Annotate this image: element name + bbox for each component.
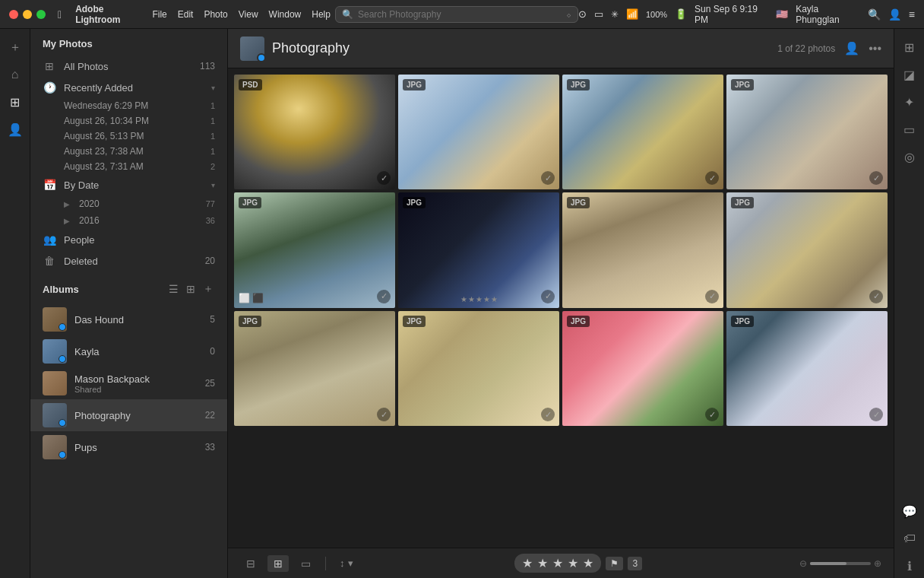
albums-list-view-icon[interactable]: ☰ xyxy=(167,281,180,297)
add-person-icon[interactable]: 👤 xyxy=(844,41,859,56)
close-button[interactable] xyxy=(9,10,18,19)
rating-star-4[interactable]: ★ xyxy=(568,556,578,570)
right-btn-vignette[interactable]: ◎ xyxy=(897,144,922,169)
year-item-2020[interactable]: ▶ 2020 77 xyxy=(30,195,227,212)
recently-added-expand-icon[interactable]: ▾ xyxy=(211,84,215,92)
recent-item-1[interactable]: August 26, 10:34 PM 1 xyxy=(30,113,227,129)
recent-item-4[interactable]: August 23, 7:31 AM 2 xyxy=(30,159,227,174)
sidebar-btn-people[interactable]: 👤 xyxy=(3,117,27,141)
album-item-pups[interactable]: Pups 33 xyxy=(30,431,227,463)
search-input[interactable] xyxy=(358,9,562,20)
album-item-kayla[interactable]: Kayla 0 xyxy=(30,335,227,367)
flag-white-icon: ⬜ xyxy=(239,293,250,303)
notification-icon[interactable]: 👤 xyxy=(888,8,901,21)
recent-item-count-4: 2 xyxy=(210,162,215,171)
rating-star-2[interactable]: ★ xyxy=(537,556,548,570)
photo-bg-6 xyxy=(398,192,559,307)
album-item-das-hound[interactable]: Das Hound 5 xyxy=(30,303,227,335)
minimize-button[interactable] xyxy=(23,10,32,19)
right-btn-info[interactable]: ℹ xyxy=(897,554,922,578)
photo-cell-4[interactable]: JPG ✓ xyxy=(726,75,888,189)
right-btn-adjustments[interactable]: ⊞ xyxy=(897,35,922,59)
sort-button[interactable]: ↕ ▾ xyxy=(335,555,358,571)
titlebar:  Adobe Lightroom File Edit Photo View W… xyxy=(0,0,924,29)
photo-cell-1[interactable]: PSD ✓ xyxy=(234,75,395,189)
nav-all-photos[interactable]: ⊞ All Photos 113 xyxy=(30,56,227,77)
right-btn-comments[interactable]: 💬 xyxy=(897,499,922,523)
recent-item-count-3: 1 xyxy=(210,147,215,156)
zoom-in-icon[interactable]: ⊕ xyxy=(874,558,881,569)
recent-item-0[interactable]: Wednesday 6:29 PM 1 xyxy=(30,98,227,113)
recent-item-2[interactable]: August 26, 5:13 PM 1 xyxy=(30,129,227,144)
photo-check-6[interactable]: ✓ xyxy=(541,290,555,303)
sidebar-btn-add[interactable]: ＋ xyxy=(3,35,27,59)
menu-file[interactable]: File xyxy=(147,8,171,21)
zoom-out-icon[interactable]: ⊖ xyxy=(799,558,807,569)
photo-check-8[interactable]: ✓ xyxy=(869,290,883,303)
photo-check-7[interactable]: ✓ xyxy=(705,290,719,303)
flag-button[interactable]: ⚑ xyxy=(606,557,623,570)
photo-cell-12[interactable]: JPG ✓ xyxy=(726,311,888,426)
deleted-label: Deleted xyxy=(64,256,198,267)
menu-app-name[interactable]: Adobe Lightroom xyxy=(71,2,146,27)
recent-item-3[interactable]: August 23, 7:38 AM 1 xyxy=(30,144,227,159)
nav-recently-added[interactable]: 🕐 Recently Added ▾ xyxy=(30,77,227,98)
photo-cell-3[interactable]: JPG ✓ xyxy=(562,75,723,189)
photo-cell-8[interactable]: JPG ✓ xyxy=(726,192,888,307)
right-btn-crop[interactable]: ◪ xyxy=(897,62,922,87)
album-count-das-hound: 5 xyxy=(210,314,215,325)
albums-add-icon[interactable]: ＋ xyxy=(201,281,215,297)
sidebar-btn-library[interactable]: ⊞ xyxy=(3,90,27,114)
year-item-2016[interactable]: ▶ 2016 36 xyxy=(30,212,227,229)
nav-people[interactable]: 👥 People xyxy=(30,229,227,250)
album-item-photography[interactable]: Photography 22 xyxy=(30,399,227,431)
photo-cell-11[interactable]: JPG ✓ xyxy=(562,311,723,426)
sidebar-btn-home[interactable]: ⌂ xyxy=(3,62,27,87)
menu-photo[interactable]: Photo xyxy=(199,8,232,21)
view-single-btn[interactable]: ⊟ xyxy=(240,555,261,572)
menu-help[interactable]: Help xyxy=(307,8,335,21)
filter-icon[interactable]: ⬦ xyxy=(566,9,571,20)
menu-edit[interactable]: Edit xyxy=(173,8,198,21)
recent-item-count-1: 1 xyxy=(210,116,215,125)
rating-star-5[interactable]: ★ xyxy=(583,556,593,570)
all-photos-icon: ⊞ xyxy=(43,60,56,72)
photo-badge-3: JPG xyxy=(567,79,590,91)
star-5: ★ xyxy=(491,295,498,303)
nav-deleted[interactable]: 🗑 Deleted 20 xyxy=(30,250,227,272)
reject-flag-button[interactable]: 3 xyxy=(628,557,642,570)
photo-cell-2[interactable]: JPG ✓ xyxy=(398,75,559,189)
photo-cell-9[interactable]: JPG ✓ xyxy=(234,311,395,426)
recently-added-label: Recently Added xyxy=(64,82,204,94)
album-item-mason-backpack[interactable]: Mason Backpack Shared 25 xyxy=(30,367,227,399)
right-btn-filters[interactable]: ▭ xyxy=(897,117,922,141)
view-grid-btn[interactable]: ⊞ xyxy=(267,555,289,572)
photo-grid-area[interactable]: PSD ✓ JPG ✓ JPG ✓ JPG ✓ xyxy=(228,68,894,548)
photo-cell-5[interactable]: JPG ⬜ ⬛ ✓ xyxy=(234,192,395,307)
more-options-icon[interactable]: ••• xyxy=(869,42,881,56)
menu-window[interactable]: Window xyxy=(264,8,306,21)
rating-bar[interactable]: ★ ★ ★ ★ ★ xyxy=(514,554,601,573)
right-btn-healing[interactable]: ✦ xyxy=(897,90,922,114)
rating-star-3[interactable]: ★ xyxy=(552,556,563,570)
photo-cell-7[interactable]: JPG ✓ xyxy=(562,192,723,307)
control-center-icon[interactable]: ≡ xyxy=(909,8,915,21)
spotlight-icon[interactable]: 🔍 xyxy=(868,8,881,21)
search-bar[interactable]: 🔍 ⬦ xyxy=(335,6,578,23)
menu-view[interactable]: View xyxy=(234,8,263,21)
clock-icon: 🕐 xyxy=(43,81,56,94)
photo-cell-10[interactable]: JPG ✓ xyxy=(398,311,559,426)
photo-cell-6[interactable]: JPG ★ ★ ★ ★ ★ ✓ xyxy=(398,192,559,307)
album-info-photography: Photography xyxy=(74,410,198,421)
albums-grid-view-icon[interactable]: ⊞ xyxy=(185,281,197,297)
bottom-toolbar: ⊟ ⊞ ▭ ↕ ▾ ★ ★ ★ ★ ★ ⚑ xyxy=(228,548,894,578)
nav-by-date[interactable]: 📅 By Date ▾ xyxy=(30,174,227,195)
rating-star-1[interactable]: ★ xyxy=(522,556,533,570)
maximize-button[interactable] xyxy=(36,10,46,19)
by-date-expand-icon[interactable]: ▾ xyxy=(211,181,215,189)
zoom-slider[interactable] xyxy=(810,562,871,565)
year-count-2016: 36 xyxy=(206,216,215,225)
right-btn-keywords[interactable]: 🏷 xyxy=(897,526,922,551)
view-detail-btn[interactable]: ▭ xyxy=(295,555,316,572)
photo-check-5[interactable]: ✓ xyxy=(377,290,391,303)
